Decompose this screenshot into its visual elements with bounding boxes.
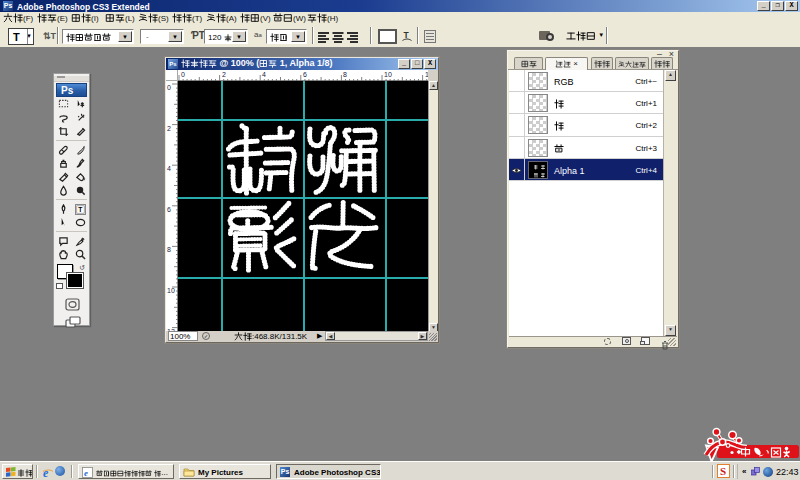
svg-text:4: 4 (262, 71, 266, 78)
svg-text:8: 8 (343, 71, 347, 78)
svg-text:2: 2 (167, 125, 171, 132)
svg-text:4: 4 (167, 165, 171, 172)
svg-text:T: T (404, 30, 410, 40)
svg-text:10: 10 (384, 71, 392, 78)
svg-text:e: e (43, 467, 49, 479)
svg-text:10: 10 (167, 287, 175, 294)
svg-text:e: e (84, 468, 88, 478)
svg-text:6: 6 (167, 206, 171, 213)
svg-text:0: 0 (167, 84, 171, 91)
svg-text:12: 12 (425, 71, 428, 78)
svg-text:0: 0 (181, 71, 185, 78)
svg-text:6: 6 (303, 71, 307, 78)
svg-text:2: 2 (222, 71, 226, 78)
svg-text:8: 8 (167, 246, 171, 253)
